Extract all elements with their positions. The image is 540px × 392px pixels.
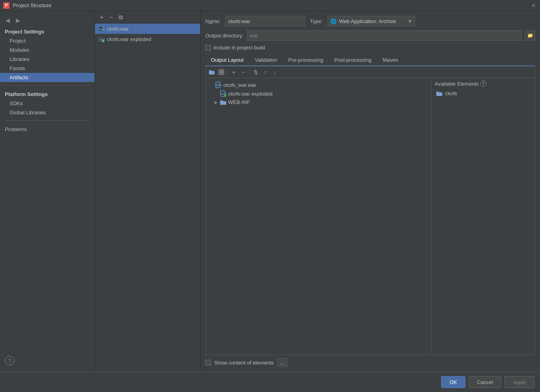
tab-pre-processing[interactable]: Pre-processing: [283, 55, 329, 66]
layout-remove-btn[interactable]: −: [239, 68, 248, 76]
name-input[interactable]: [225, 16, 305, 26]
exploded-icon: WAR: [220, 90, 227, 97]
artifact-item-ckofs-war[interactable]: WAR ckofs:war: [95, 24, 200, 34]
add-artifact-button[interactable]: +: [97, 13, 106, 22]
svg-rect-9: [209, 70, 211, 71]
sidebar-nav: ◀ ▶: [0, 14, 95, 26]
help-button[interactable]: ?: [5, 356, 14, 365]
svg-text:E: E: [102, 40, 104, 42]
artifact-label-ckofs-war-exploded: ckofs:war exploded: [107, 36, 151, 42]
apply-button[interactable]: Apply: [505, 376, 534, 388]
sidebar-item-artifacts[interactable]: Artifacts: [0, 73, 95, 82]
layout-grid-btn[interactable]: [217, 68, 226, 76]
include-label: Include in project build: [213, 45, 265, 51]
remove-artifact-button[interactable]: −: [107, 13, 116, 22]
artifact-list: WAR ckofs:war WAR E ckofs:war exploded: [95, 24, 200, 372]
war-archive-icon: WAR: [98, 25, 104, 32]
svg-rect-25: [436, 92, 439, 93]
title-bar: P Project Structure ✕: [0, 0, 540, 11]
tree-item-web-inf[interactable]: ▶ WEB-INF: [206, 98, 431, 106]
sidebar-item-problems[interactable]: Problems: [0, 124, 95, 135]
output-dir-input[interactable]: [247, 30, 522, 41]
type-icon: 🌐: [330, 18, 337, 24]
artifact-label-ckofs-war: ckofs:war: [107, 26, 129, 32]
output-dir-row: Output directory: 📁: [205, 30, 535, 41]
svg-rect-22: [220, 101, 226, 105]
dialog-buttons: OK Cancel Apply: [0, 372, 540, 392]
toolbar-separator: [227, 69, 228, 75]
tree-arrow3: ▶: [214, 100, 219, 105]
layout-add-btn[interactable]: +: [229, 68, 238, 76]
name-label: Name:: [205, 18, 221, 24]
available-item-ckofs[interactable]: ckofs: [435, 89, 532, 98]
layout-sort-btn[interactable]: ⇅: [251, 68, 260, 76]
svg-text:WAR: WAR: [99, 28, 104, 31]
sidebar-item-sdks[interactable]: SDKs: [0, 99, 95, 108]
svg-rect-8: [209, 71, 215, 74]
platform-settings-title: Platform Settings: [0, 89, 95, 99]
sidebar-item-modules[interactable]: Modules: [0, 45, 95, 55]
show-content-label: Show content of elements: [214, 360, 274, 366]
app-icon: P: [3, 2, 10, 9]
tab-maven[interactable]: Maven: [377, 55, 404, 66]
tabs-bar: Output Layout Validation Pre-processing …: [205, 55, 535, 66]
sidebar-divider: [5, 85, 90, 86]
layout-tree: WAR ckofs_war.war WAR: [206, 78, 431, 355]
nav-forward-button[interactable]: ▶: [14, 16, 22, 25]
project-settings-title: Project Settings: [0, 26, 95, 36]
browse-button[interactable]: 📁: [525, 30, 535, 41]
tree-item-war-exploded-label: ckofs:war exploded: [228, 91, 272, 97]
dots-button[interactable]: ...: [277, 358, 288, 367]
artifacts-panel: + − ⧉ WAR ckofs:war WAR E: [95, 11, 201, 372]
name-row: Name: Type: 🌐 Web Application: Archive ▼: [205, 16, 535, 26]
svg-rect-13: [222, 73, 224, 74]
layout-up-btn[interactable]: ↑: [261, 68, 270, 76]
tree-item-war-file[interactable]: WAR ckofs_war.war: [206, 80, 431, 89]
tab-post-processing[interactable]: Post-processing: [329, 55, 377, 66]
cancel-button[interactable]: Cancel: [469, 376, 501, 388]
svg-point-21: [224, 94, 227, 97]
layout-content: WAR ckofs_war.war WAR: [206, 78, 535, 355]
sidebar-item-libraries[interactable]: Libraries: [0, 55, 95, 64]
available-item-ckofs-label: ckofs: [445, 90, 457, 96]
show-content-checkbox[interactable]: [205, 360, 211, 365]
content-panel: Name: Type: 🌐 Web Application: Archive ▼…: [201, 11, 540, 372]
layout-folder-btn[interactable]: [207, 68, 216, 76]
tab-validation[interactable]: Validation: [249, 55, 283, 66]
artifacts-toolbar: + − ⧉: [95, 11, 200, 24]
svg-rect-10: [219, 70, 221, 72]
copy-artifact-button[interactable]: ⧉: [116, 13, 125, 22]
close-button[interactable]: ✕: [530, 2, 537, 9]
sidebar-item-project[interactable]: Project: [0, 36, 95, 45]
nav-back-button[interactable]: ◀: [3, 16, 12, 25]
available-panel: Available Elements ? ckofs: [431, 78, 535, 355]
window-title: Project Structure: [13, 2, 51, 8]
type-value: Web Application: Archive: [339, 18, 396, 24]
layout-panel: + − ⇅ ↑ ↓ WAR: [205, 66, 535, 355]
svg-rect-12: [219, 73, 221, 74]
sidebar-item-global-libraries[interactable]: Global Libraries: [0, 108, 95, 117]
layout-toolbar: + − ⇅ ↑ ↓: [206, 67, 535, 78]
sidebar: ◀ ▶ Project Settings Project Modules Lib…: [0, 11, 95, 372]
tree-item-war-file-label: ckofs_war.war: [223, 82, 256, 88]
available-help-icon[interactable]: ?: [480, 80, 487, 87]
layout-down-btn[interactable]: ↓: [270, 68, 279, 76]
tree-item-war-exploded[interactable]: WAR ckofs:war exploded: [206, 89, 431, 98]
sidebar-divider2: [5, 120, 90, 121]
ok-button[interactable]: OK: [441, 376, 465, 388]
toolbar-separator2: [249, 69, 250, 75]
tree-arrow: [209, 82, 214, 87]
svg-text:WAR: WAR: [216, 84, 222, 86]
tab-output-layout[interactable]: Output Layout: [205, 55, 249, 66]
sidebar-help: ?: [0, 353, 95, 368]
svg-rect-24: [436, 92, 442, 96]
artifact-item-ckofs-war-exploded[interactable]: WAR E ckofs:war exploded: [95, 34, 200, 44]
available-folder-icon: [436, 91, 443, 96]
include-checkbox[interactable]: [205, 45, 211, 51]
main-container: ◀ ▶ Project Settings Project Modules Lib…: [0, 11, 540, 372]
output-dir-label: Output directory:: [205, 33, 244, 39]
sidebar-item-facets[interactable]: Facets: [0, 64, 95, 73]
type-label: Type:: [310, 18, 323, 24]
war-exploded-icon: WAR E: [98, 36, 104, 42]
type-select[interactable]: 🌐 Web Application: Archive ▼: [327, 16, 415, 26]
